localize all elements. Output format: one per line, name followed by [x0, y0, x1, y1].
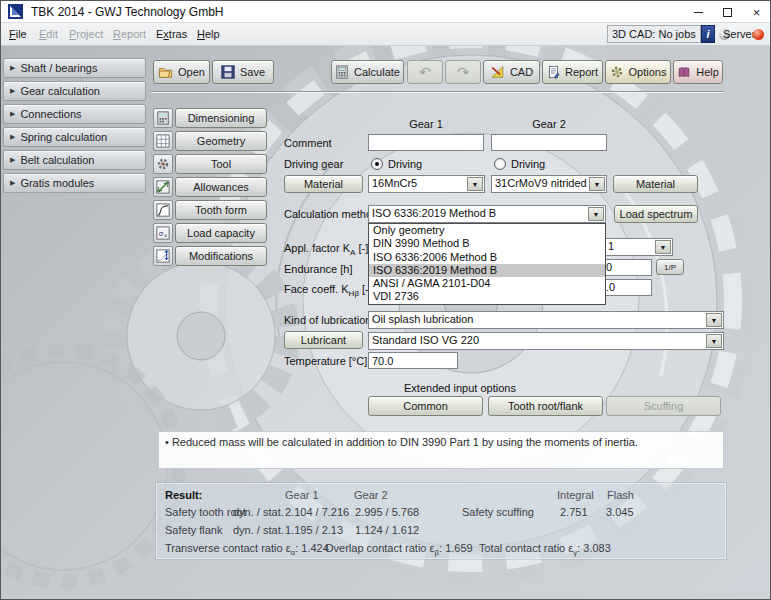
method-option-iso-6336-2019[interactable]: ISO 6336:2019 Method B: [369, 264, 605, 277]
sidebar-item-gear-calculation[interactable]: ▶Gear calculation: [3, 81, 146, 101]
open-folder-icon: [158, 65, 173, 79]
kind-of-lubrication-select[interactable]: Oil splash lubrication▼: [368, 311, 724, 329]
face-coefficient-input[interactable]: .0: [604, 279, 652, 296]
load-spectrum-button[interactable]: Load spectrum: [614, 205, 698, 223]
method-option-vdi-2736[interactable]: VDI 2736: [369, 290, 605, 303]
chevron-down-icon[interactable]: ▼: [589, 177, 605, 191]
info-button[interactable]: i: [701, 25, 715, 43]
transverse-contact-ratio: Transverse contact ratio εα: 1.424: [165, 542, 329, 557]
sidebar-item-label: Gratis modules: [20, 177, 94, 189]
material-gear2-select[interactable]: 31CrMoV9 nitrided▼: [491, 175, 607, 193]
dimensioning-button[interactable]: Dimensioning: [175, 108, 267, 128]
redo-button: ↷: [445, 60, 481, 84]
load-capacity-button[interactable]: Load capacity: [175, 223, 267, 243]
tool-icon: [153, 154, 173, 174]
chevron-right-icon: ▶: [10, 133, 15, 141]
lubricant-select[interactable]: Standard ISO VG 220▼: [368, 332, 724, 350]
safety-tooth-root-gear1-value: 2.104 / 7.216: [285, 506, 349, 518]
kind-of-lubrication-label: Kind of lubrication: [284, 314, 371, 326]
chevron-down-icon[interactable]: ▼: [706, 313, 722, 327]
app-logo-icon: [8, 4, 23, 19]
extended-options-label: Extended input options: [404, 382, 516, 394]
safety-scuffing-integral-value: 2.751: [560, 506, 588, 518]
minimize-button[interactable]: [684, 1, 713, 23]
safety-flank-gear1-value: 1.195 / 2.13: [285, 524, 343, 536]
overlap-contact-ratio: Overlap contact ratio εβ: 1.659: [325, 542, 473, 557]
options-button[interactable]: Options: [605, 60, 671, 84]
geometry-button[interactable]: Geometry: [175, 131, 267, 151]
menu-extras[interactable]: Extras: [152, 26, 191, 43]
application-factor-select[interactable]: 1▼: [604, 238, 673, 256]
gear2-header: Gear 2: [491, 118, 607, 130]
redo-icon: ↷: [457, 64, 469, 80]
comment-gear2-input[interactable]: [491, 134, 607, 151]
menu-file[interactable]: File: [5, 26, 31, 43]
menu-bar: File Edit Project Report Extras Help 3D …: [1, 23, 770, 46]
method-option-din-3990[interactable]: DIN 3990 Method B: [369, 237, 605, 250]
material-gear1-button[interactable]: Material: [284, 175, 363, 193]
workspace: ▶Shaft / bearings ▶Gear calculation ▶Con…: [1, 46, 771, 600]
sidebar-item-label: Belt calculation: [20, 154, 94, 166]
chevron-down-icon[interactable]: ▼: [588, 207, 604, 221]
gear1-header: Gear 1: [368, 118, 484, 130]
tooth-form-icon: [153, 200, 173, 220]
tooth-root-flank-button[interactable]: Tooth root/flank: [488, 396, 603, 416]
endurance-label: Endurance [h]: [284, 263, 353, 275]
method-option-iso-6336-2006[interactable]: ISO 6336:2006 Method B: [369, 251, 605, 264]
material-gear1-select[interactable]: 16MnCr5▼: [368, 175, 485, 193]
maximize-icon: [723, 8, 732, 17]
endurance-input[interactable]: 0: [604, 259, 652, 276]
chevron-right-icon: ▶: [10, 87, 15, 95]
result-gear2-header: Gear 2: [354, 489, 388, 501]
application-factor-label: Appl. factor KA [-]: [284, 242, 368, 257]
comment-gear1-input[interactable]: [368, 134, 484, 151]
sidebar-item-shaft-bearings[interactable]: ▶Shaft / bearings: [3, 58, 146, 78]
tooth-form-button[interactable]: Tooth form: [175, 200, 267, 220]
per-load-spectrum-button[interactable]: 1/P: [656, 259, 684, 275]
driving-gear2-radio-label[interactable]: Driving: [511, 158, 545, 170]
common-button[interactable]: Common: [368, 396, 483, 416]
sidebar-item-belt-calculation[interactable]: ▶Belt calculation: [3, 150, 146, 170]
chevron-down-icon[interactable]: ▼: [655, 240, 671, 254]
material-gear2-button[interactable]: Material: [613, 175, 698, 193]
temperature-input[interactable]: [368, 352, 458, 369]
maximize-button[interactable]: [713, 1, 742, 23]
modifications-button[interactable]: Modifications: [175, 246, 267, 266]
report-button[interactable]: Report: [542, 60, 603, 84]
result-title: Result:: [165, 489, 202, 501]
sidebar-item-gratis-modules[interactable]: ▶Gratis modules: [3, 173, 146, 193]
help-button[interactable]: Help: [673, 60, 723, 84]
allowances-button[interactable]: Allowances: [175, 177, 267, 197]
method-option-ansi-agma[interactable]: ANSI / AGMA 2101-D04: [369, 277, 605, 290]
sidebar-item-connections[interactable]: ▶Connections: [3, 104, 146, 124]
open-button[interactable]: Open: [153, 60, 210, 84]
calculate-button[interactable]: Calculate: [331, 60, 404, 84]
safety-scuffing-label: Safety scuffing: [462, 506, 534, 518]
cad-button[interactable]: CAD: [483, 60, 540, 84]
save-button[interactable]: Save: [212, 60, 274, 84]
driving-gear1-radio-label[interactable]: Driving: [388, 158, 422, 170]
tool-button[interactable]: Tool: [175, 154, 267, 174]
face-coefficient-label: Face coeff. KHβ [-]: [284, 283, 372, 298]
calculation-method-select[interactable]: ISO 6336:2019 Method B▼: [368, 205, 606, 223]
close-button[interactable]: ×: [742, 1, 771, 23]
menu-report: Report: [109, 26, 150, 43]
driving-gear2-radio[interactable]: [494, 158, 506, 170]
safety-flank-mode: dyn. / stat.: [233, 524, 284, 536]
toolbar-separator: [151, 91, 724, 93]
window-title: TBK 2014 - GWJ Technology GmbH: [31, 5, 224, 19]
chevron-down-icon[interactable]: ▼: [467, 177, 483, 191]
driving-gear1-radio[interactable]: [371, 158, 383, 170]
menu-project: Project: [65, 26, 107, 43]
chevron-down-icon[interactable]: ▼: [706, 334, 722, 348]
application-window: TBK 2014 - GWJ Technology GmbH × File Ed…: [0, 0, 771, 600]
sidebar-item-spring-calculation[interactable]: ▶Spring calculation: [3, 127, 146, 147]
menu-help[interactable]: Help: [193, 26, 224, 43]
lubricant-button[interactable]: Lubricant: [284, 331, 363, 349]
undo-icon: ↶: [419, 64, 431, 80]
safety-tooth-root-gear2-value: 2.995 / 5.768: [355, 506, 419, 518]
sidebar-item-label: Connections: [20, 108, 81, 120]
method-option-only-geometry[interactable]: Only geometry: [369, 224, 605, 237]
sidebar-item-label: Shaft / bearings: [20, 62, 97, 74]
calculator-icon: [335, 65, 349, 79]
